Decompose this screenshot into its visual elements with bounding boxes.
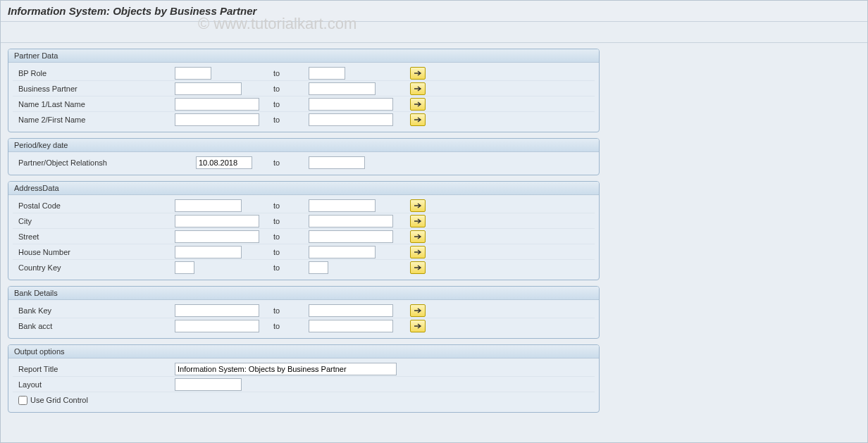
- input-city-to[interactable]: [309, 215, 393, 227]
- multiselect-button-name2[interactable]: [410, 113, 426, 126]
- label-use-grid: Use Grid Control: [30, 396, 88, 404]
- group-title-address: AddressData: [8, 182, 599, 195]
- multiselect-button-house[interactable]: [410, 246, 426, 258]
- input-bank-acct-to[interactable]: [309, 320, 393, 332]
- row-business-partner: Business Partner to: [13, 81, 595, 96]
- input-layout[interactable]: [175, 378, 242, 391]
- group-address: AddressData Postal Code to City to: [8, 181, 600, 280]
- to-label: to: [273, 263, 309, 272]
- group-body-address: Postal Code to City to Street to: [8, 195, 599, 280]
- toolbar: [1, 22, 867, 43]
- multiselect-button-business-partner[interactable]: [410, 82, 426, 95]
- row-name1: Name 1/Last Name to: [13, 96, 595, 112]
- input-business-partner-from[interactable]: [175, 82, 242, 95]
- input-postal-to[interactable]: [309, 199, 376, 212]
- group-title-partner-data: Partner Data: [8, 49, 599, 63]
- multiselect-button-country[interactable]: [410, 261, 426, 274]
- label-country: Country Key: [13, 263, 175, 272]
- row-use-grid: Use Grid Control: [13, 392, 595, 408]
- input-bank-key-from[interactable]: [175, 304, 259, 317]
- row-city: City to: [13, 213, 595, 229]
- group-body-output: Report Title Layout Use Grid Control: [8, 358, 599, 412]
- to-label: to: [273, 85, 309, 93]
- input-relationship-from[interactable]: [196, 156, 252, 169]
- label-postal: Postal Code: [13, 201, 175, 210]
- arrow-right-icon: [414, 307, 422, 314]
- arrow-right-icon: [414, 85, 422, 92]
- input-name1-from[interactable]: [175, 98, 259, 111]
- input-business-partner-to[interactable]: [309, 82, 376, 95]
- row-bank-key: Bank Key to: [13, 303, 595, 318]
- title-bar: Information System: Objects by Business …: [1, 1, 867, 22]
- label-relationship: Partner/Object Relationsh: [13, 158, 196, 167]
- input-city-from[interactable]: [175, 215, 259, 227]
- multiselect-button-city[interactable]: [410, 215, 426, 227]
- app-window: © www.tutorialkart.com Information Syste…: [0, 0, 868, 443]
- to-label: to: [273, 201, 309, 210]
- arrow-right-icon: [414, 70, 422, 77]
- input-name2-from[interactable]: [175, 113, 259, 126]
- group-title-period: Period/key date: [8, 139, 599, 152]
- input-postal-from[interactable]: [175, 199, 242, 212]
- input-name2-to[interactable]: [309, 113, 393, 126]
- content-area: Partner Data BP Role to Business Partner…: [1, 43, 607, 424]
- input-bp-role-to[interactable]: [309, 67, 345, 80]
- to-label: to: [273, 217, 309, 225]
- input-bp-role-from[interactable]: [175, 67, 211, 80]
- row-bank-acct: Bank acct to: [13, 318, 595, 334]
- multiselect-button-street[interactable]: [410, 230, 426, 243]
- label-city: City: [13, 217, 175, 225]
- label-layout: Layout: [13, 380, 175, 389]
- group-body-partner-data: BP Role to Business Partner to Name 1/La…: [8, 63, 599, 132]
- arrow-right-icon: [414, 116, 422, 123]
- page-title: Information System: Objects by Business …: [8, 5, 256, 17]
- row-report-title: Report Title: [13, 361, 595, 377]
- label-bank-acct: Bank acct: [13, 322, 175, 330]
- multiselect-button-bank-acct[interactable]: [410, 320, 426, 332]
- arrow-right-icon: [414, 249, 422, 256]
- row-name2: Name 2/First Name to: [13, 112, 595, 127]
- arrow-right-icon: [414, 101, 422, 108]
- row-street: Street to: [13, 229, 595, 244]
- row-layout: Layout: [13, 377, 595, 392]
- group-period: Period/key date Partner/Object Relations…: [8, 138, 600, 175]
- row-bp-role: BP Role to: [13, 65, 595, 81]
- label-street: Street: [13, 232, 175, 241]
- multiselect-button-postal[interactable]: [410, 199, 426, 212]
- input-relationship-to[interactable]: [309, 156, 365, 169]
- input-street-from[interactable]: [175, 230, 259, 243]
- to-label: to: [273, 248, 309, 256]
- group-title-bank: Bank Details: [8, 287, 599, 300]
- group-body-bank: Bank Key to Bank acct to: [8, 300, 599, 338]
- multiselect-button-bank-key[interactable]: [410, 304, 426, 317]
- arrow-right-icon: [414, 233, 422, 240]
- label-name1: Name 1/Last Name: [13, 100, 175, 108]
- group-output: Output options Report Title Layout Use G…: [8, 344, 600, 413]
- input-house-to[interactable]: [309, 246, 376, 258]
- input-report-title[interactable]: [175, 363, 397, 375]
- input-country-from[interactable]: [175, 261, 194, 274]
- group-partner-data: Partner Data BP Role to Business Partner…: [8, 49, 600, 132]
- label-name2: Name 2/First Name: [13, 116, 175, 124]
- label-business-partner: Business Partner: [13, 85, 175, 93]
- group-body-period: Partner/Object Relationsh to: [8, 152, 599, 175]
- input-house-from[interactable]: [175, 246, 242, 258]
- to-label: to: [273, 116, 309, 124]
- label-report-title: Report Title: [13, 365, 175, 373]
- row-house: House Number to: [13, 244, 595, 260]
- multiselect-button-name1[interactable]: [410, 98, 426, 111]
- checkbox-use-grid[interactable]: [18, 396, 27, 405]
- arrow-right-icon: [414, 264, 422, 271]
- input-country-to[interactable]: [309, 261, 328, 274]
- to-label: to: [273, 322, 309, 330]
- arrow-right-icon: [414, 202, 422, 209]
- row-country: Country Key to: [13, 260, 595, 275]
- input-street-to[interactable]: [309, 230, 393, 243]
- multiselect-button-bp-role[interactable]: [410, 67, 426, 80]
- group-title-output: Output options: [8, 345, 599, 358]
- input-bank-key-to[interactable]: [309, 304, 393, 317]
- to-label: to: [273, 69, 309, 77]
- input-name1-to[interactable]: [309, 98, 393, 111]
- label-bank-key: Bank Key: [13, 306, 175, 315]
- input-bank-acct-from[interactable]: [175, 320, 259, 332]
